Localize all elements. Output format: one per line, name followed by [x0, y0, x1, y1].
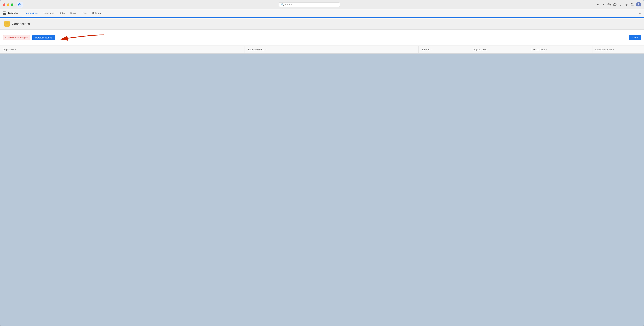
- edit-icon[interactable]: ✏: [639, 12, 641, 15]
- avatar[interactable]: [636, 2, 641, 7]
- svg-point-7: [638, 4, 639, 5]
- titlebar: 🔍 ★ ▼ ? ⚙: [0, 0, 644, 9]
- add-icon[interactable]: [607, 3, 611, 6]
- new-button[interactable]: + New: [629, 35, 641, 40]
- org-name-sort-icon[interactable]: ▼: [15, 48, 16, 50]
- page-header: Connections: [0, 18, 644, 30]
- no-license-text: No licenses assigned: [8, 36, 28, 39]
- arrow-svg: [57, 32, 107, 43]
- tab-files[interactable]: Files: [79, 9, 89, 17]
- col-created-date[interactable]: Created Date ▼: [528, 46, 592, 53]
- bookmark-icon[interactable]: ★: [596, 3, 600, 6]
- table-header: Org Name ▼ Salesforce URL ▼ Schema ▼ Obj…: [0, 46, 644, 54]
- col-salesforce-url[interactable]: Salesforce URL ▼: [245, 46, 419, 53]
- tab-runs[interactable]: Runs: [68, 9, 78, 17]
- arrow-annotation: [57, 32, 626, 43]
- nav-app-section: DataMax: [3, 12, 18, 15]
- titlebar-actions: ★ ▼ ? ⚙: [596, 2, 641, 7]
- request-license-button[interactable]: Request license: [32, 35, 55, 40]
- app-window: 🔍 ★ ▼ ? ⚙: [0, 0, 644, 326]
- col-schema[interactable]: Schema ▼: [419, 46, 470, 53]
- schema-sort-icon[interactable]: ▼: [431, 48, 433, 50]
- notifications-icon[interactable]: [630, 3, 634, 6]
- svg-rect-0: [17, 2, 23, 8]
- no-license-badge: ⚠ No licenses assigned: [3, 35, 30, 40]
- col-objects-used[interactable]: Objects Used: [470, 46, 528, 53]
- warning-icon: ⚠: [5, 36, 7, 39]
- tab-settings[interactable]: Settings: [90, 9, 103, 17]
- minimize-button[interactable]: [7, 4, 9, 6]
- created-date-sort-icon[interactable]: ▼: [546, 48, 548, 50]
- col-org-name[interactable]: Org Name ▼: [0, 46, 245, 53]
- search-input[interactable]: [285, 3, 338, 6]
- navbar: DataMax Connections Templates Jobs Runs …: [0, 9, 644, 17]
- page-title: Connections: [12, 22, 30, 26]
- last-connected-sort-icon[interactable]: ▼: [613, 48, 614, 50]
- cloud-icon[interactable]: [613, 3, 617, 6]
- col-last-connected[interactable]: Last Connected ▼: [592, 46, 644, 53]
- search-wrapper[interactable]: 🔍: [279, 2, 340, 7]
- svg-point-10: [6, 23, 8, 24]
- tab-connections[interactable]: Connections: [22, 9, 40, 17]
- search-icon: 🔍: [281, 3, 284, 6]
- close-button[interactable]: [3, 4, 6, 6]
- action-bar: ⚠ No licenses assigned Request license +…: [0, 30, 644, 46]
- help-icon[interactable]: ?: [619, 3, 622, 6]
- search-bar: 🔍: [23, 2, 596, 7]
- tab-jobs[interactable]: Jobs: [57, 9, 67, 17]
- app-name-label[interactable]: DataMax: [8, 12, 18, 15]
- maximize-button[interactable]: [11, 4, 13, 6]
- tab-templates[interactable]: Templates: [41, 9, 56, 17]
- grid-menu-icon[interactable]: [3, 12, 6, 15]
- content-area: ⚠ No licenses assigned Request license +…: [0, 30, 644, 326]
- settings-icon[interactable]: ⚙: [624, 3, 628, 6]
- connections-icon: [4, 21, 10, 26]
- traffic-lights: [3, 4, 13, 6]
- salesforce-url-sort-icon[interactable]: ▼: [265, 48, 267, 50]
- nav-tabs: Connections Templates Jobs Runs Files Se…: [22, 9, 103, 17]
- empty-content: [0, 54, 644, 326]
- app-logo: [17, 2, 23, 8]
- dropdown-icon[interactable]: ▼: [602, 3, 605, 6]
